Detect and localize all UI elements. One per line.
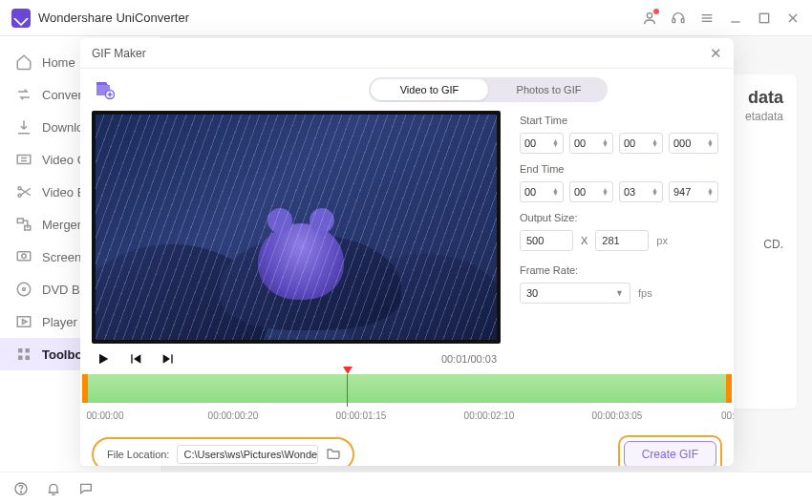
- tick-label: 00:00:00:20: [208, 410, 259, 421]
- maximize-icon[interactable]: [757, 10, 772, 26]
- spinner-arrows-icon[interactable]: ▲▼: [602, 188, 609, 196]
- home-icon: [15, 53, 32, 71]
- convert-icon: [15, 86, 32, 103]
- sidebar-label: Player: [42, 315, 77, 329]
- end-ss-input[interactable]: 03▲▼: [619, 181, 663, 202]
- start-mm-input[interactable]: 00▲▼: [569, 133, 613, 154]
- start-ms-input[interactable]: 000▲▼: [669, 133, 718, 154]
- next-frame-button[interactable]: [160, 351, 176, 367]
- svg-marker-29: [134, 354, 140, 363]
- title-bar: Wondershare UniConverter: [0, 0, 812, 36]
- start-ss-input[interactable]: 00▲▼: [619, 133, 663, 154]
- create-gif-button[interactable]: Create GIF: [624, 441, 716, 466]
- spinner-arrows-icon[interactable]: ▲▼: [552, 188, 559, 196]
- svg-point-0: [647, 12, 652, 17]
- merge-icon: [15, 216, 32, 233]
- download-icon: [15, 118, 32, 136]
- end-ms-input[interactable]: 947▲▼: [669, 181, 718, 202]
- output-size-label: Output Size:: [520, 212, 722, 223]
- tick-label: 00:00:01:15: [336, 410, 387, 421]
- spinner-arrows-icon[interactable]: ▲▼: [707, 139, 714, 147]
- minimize-icon[interactable]: [728, 10, 743, 26]
- frame-rate-select[interactable]: 30▼: [520, 283, 630, 304]
- status-bar: [0, 472, 812, 504]
- gif-maker-dialog: GIF Maker ✕ Video to GIF Photos to GIF: [80, 38, 734, 466]
- tab-photos-to-gif[interactable]: Photos to GIF: [490, 77, 608, 102]
- spinner-arrows-icon[interactable]: ▲▼: [652, 188, 658, 196]
- help-icon[interactable]: [13, 481, 29, 496]
- app-logo-icon: [11, 9, 31, 28]
- create-gif-highlight: Create GIF: [618, 435, 722, 466]
- start-hh-input[interactable]: 00▲▼: [520, 133, 564, 154]
- settings-pane: Start Time 00▲▼ 00▲▼ 00▲▼ 000▲▼ End Time…: [520, 111, 722, 374]
- prev-frame-button[interactable]: [128, 351, 143, 367]
- feedback-icon[interactable]: [78, 481, 94, 496]
- end-hh-input[interactable]: 00▲▼: [520, 181, 564, 202]
- svg-rect-13: [17, 219, 23, 223]
- playback-controls: 00:01/00:03: [92, 344, 501, 374]
- file-location-select[interactable]: C:\Users\ws\Pictures\Wonders▼: [177, 445, 318, 464]
- range-handle-left[interactable]: [82, 374, 88, 403]
- dialog-header: GIF Maker ✕: [80, 38, 734, 69]
- end-mm-input[interactable]: 00▲▼: [569, 181, 613, 202]
- svg-rect-22: [26, 348, 31, 353]
- dialog-title: GIF Maker: [92, 47, 146, 60]
- video-preview[interactable]: [92, 111, 501, 344]
- svg-rect-15: [17, 252, 31, 261]
- spinner-arrows-icon[interactable]: ▲▼: [602, 139, 609, 147]
- px-unit: px: [656, 235, 668, 246]
- tick-label: 00:00:02:10: [464, 410, 515, 421]
- svg-point-18: [23, 288, 26, 291]
- menu-icon[interactable]: [699, 10, 715, 26]
- dialog-close-icon[interactable]: ✕: [710, 45, 722, 62]
- close-icon[interactable]: [785, 10, 801, 26]
- output-height-input[interactable]: [595, 230, 649, 251]
- add-file-icon[interactable]: [92, 78, 117, 101]
- svg-rect-19: [17, 317, 31, 327]
- start-time-label: Start Time: [520, 115, 722, 126]
- chevron-down-icon: ▼: [615, 288, 624, 298]
- user-icon[interactable]: [642, 10, 657, 26]
- svg-point-11: [18, 187, 21, 190]
- record-icon: [15, 248, 32, 265]
- svg-rect-2: [681, 18, 684, 22]
- playhead-icon[interactable]: [343, 367, 353, 374]
- sidebar-label: Home: [42, 55, 75, 70]
- svg-marker-27: [99, 354, 108, 365]
- svg-point-16: [22, 254, 27, 259]
- fps-unit: fps: [638, 287, 652, 299]
- headset-icon[interactable]: [671, 10, 686, 26]
- tab-video-to-gif[interactable]: Video to GIF: [371, 79, 488, 100]
- svg-point-12: [18, 194, 21, 197]
- open-folder-icon[interactable]: [326, 446, 341, 464]
- disc-icon: [15, 281, 32, 298]
- svg-rect-23: [18, 356, 23, 361]
- svg-rect-31: [171, 354, 172, 363]
- bell-icon[interactable]: [46, 481, 61, 496]
- frame-rate-label: Frame Rate:: [520, 264, 722, 276]
- timeline-ticks: 00:00:00 00:00:00:20 00:00:01:15 00:00:0…: [82, 403, 732, 424]
- svg-rect-10: [17, 156, 31, 164]
- mode-segment: Video to GIF Photos to GIF: [369, 77, 608, 102]
- sidebar-label: Merger: [42, 218, 81, 232]
- tick-label: 00:00:03:05: [592, 410, 643, 421]
- spinner-arrows-icon[interactable]: ▲▼: [707, 188, 714, 196]
- svg-rect-28: [131, 354, 132, 363]
- spinner-arrows-icon[interactable]: ▲▼: [552, 139, 559, 147]
- output-width-input[interactable]: [520, 230, 573, 251]
- timeline[interactable]: 00:00:00 00:00:00:20 00:00:01:15 00:00:0…: [80, 374, 734, 424]
- svg-marker-30: [163, 354, 170, 363]
- svg-rect-1: [673, 18, 675, 22]
- end-time-label: End Time: [520, 163, 722, 175]
- tick-label: 00:00:00: [87, 410, 124, 421]
- svg-point-17: [17, 283, 31, 296]
- svg-rect-7: [759, 13, 768, 22]
- play-button[interactable]: [96, 351, 111, 367]
- svg-marker-20: [23, 320, 28, 325]
- dimension-separator: X: [581, 235, 588, 246]
- file-location-label: File Location:: [107, 449, 169, 460]
- range-handle-right[interactable]: [726, 374, 732, 403]
- spinner-arrows-icon[interactable]: ▲▼: [652, 139, 658, 147]
- time-readout: 00:01/00:03: [441, 353, 497, 365]
- tick-label: 00:: [721, 410, 734, 421]
